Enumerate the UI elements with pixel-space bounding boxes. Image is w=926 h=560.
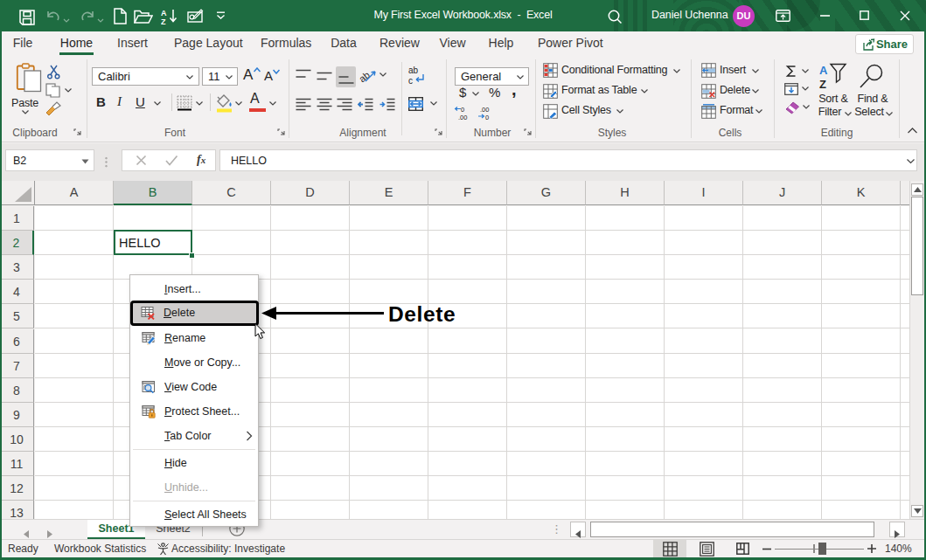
- svg-text:ab: ab: [408, 66, 419, 75]
- svg-text:.00: .00: [458, 114, 467, 121]
- svg-text:Z: Z: [819, 78, 826, 91]
- svg-text:A: A: [819, 64, 828, 77]
- svg-text:0: 0: [485, 114, 489, 121]
- svg-text:c: c: [408, 76, 413, 86]
